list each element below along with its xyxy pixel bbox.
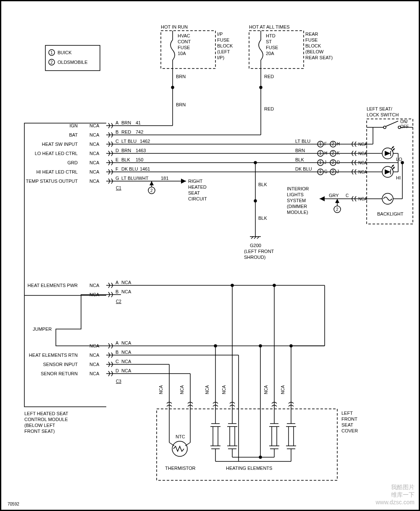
svg-text:BLK: BLK bbox=[258, 216, 267, 221]
svg-text:2: 2 bbox=[332, 160, 334, 165]
svg-text:NCA: NCA bbox=[121, 280, 131, 285]
svg-text:2: 2 bbox=[336, 207, 339, 212]
svg-text:LT BLU: LT BLU bbox=[121, 139, 136, 144]
svg-text:NCA: NCA bbox=[89, 132, 100, 137]
svg-text:BRN: BRN bbox=[176, 74, 186, 79]
svg-text:BAT: BAT bbox=[69, 132, 78, 137]
svg-marker-231 bbox=[335, 199, 339, 203]
seat-cover: LEFT FRONT SEAT COVER NTC THERMISTOR NCA… bbox=[157, 284, 358, 480]
svg-text:1: 1 bbox=[319, 151, 322, 155]
svg-text:(BELOW LEFT: (BELOW LEFT bbox=[24, 423, 55, 428]
svg-text:NCA: NCA bbox=[159, 385, 163, 394]
legend-box: 1 BUICK 2 OLDSMOBILE bbox=[45, 45, 100, 71]
svg-text:20A: 20A bbox=[266, 51, 274, 56]
svg-text:HOT AT ALL TIMES: HOT AT ALL TIMES bbox=[249, 24, 290, 29]
svg-text:ON/: ON/ bbox=[400, 119, 408, 124]
svg-text:BRN: BRN bbox=[295, 148, 305, 153]
svg-text:150: 150 bbox=[136, 157, 143, 162]
svg-text:RED: RED bbox=[264, 106, 274, 111]
svg-point-185 bbox=[401, 161, 404, 164]
svg-text:(LEFT: (LEFT bbox=[217, 49, 230, 54]
svg-text:SYSTEM: SYSTEM bbox=[287, 198, 306, 203]
svg-text:NCA: NCA bbox=[89, 283, 100, 288]
svg-text:ST: ST bbox=[266, 39, 272, 44]
svg-marker-219 bbox=[320, 196, 325, 201]
svg-text:FRONT SEAT): FRONT SEAT) bbox=[24, 429, 55, 434]
svg-text:FUSE: FUSE bbox=[305, 37, 318, 42]
svg-text:BRN: BRN bbox=[121, 148, 131, 153]
svg-text:H: H bbox=[337, 142, 340, 146]
svg-text:INTERIOR: INTERIOR bbox=[287, 186, 309, 191]
svg-text:SEAT: SEAT bbox=[341, 422, 353, 427]
svg-text:RIGHT: RIGHT bbox=[188, 179, 203, 184]
c1-row-ign: IGN NCA A BRN 41 bbox=[69, 120, 173, 128]
svg-text:BRN: BRN bbox=[176, 102, 186, 107]
svg-text:BRN: BRN bbox=[121, 120, 131, 125]
svg-text:B: B bbox=[116, 350, 118, 355]
svg-text:742: 742 bbox=[136, 129, 143, 134]
svg-text:(DIMMER: (DIMMER bbox=[287, 204, 307, 209]
seat-lock-switch: LEFT SEAT/ LOCK SWITCH ON/ OFF LO HI BAC… bbox=[287, 106, 413, 224]
footer-id: 70592 bbox=[8, 502, 19, 506]
legend-item-2: OLDSMOBILE bbox=[58, 60, 88, 65]
svg-marker-168 bbox=[385, 169, 391, 174]
svg-text:SHROUD): SHROUD) bbox=[244, 255, 265, 260]
svg-text:NCA: NCA bbox=[121, 340, 131, 345]
svg-text:NCA: NCA bbox=[121, 368, 131, 373]
svg-text:NCA: NCA bbox=[89, 371, 100, 376]
svg-point-237 bbox=[172, 441, 187, 456]
svg-text:LEFT SEAT/: LEFT SEAT/ bbox=[367, 106, 393, 111]
svg-text:1461: 1461 bbox=[140, 166, 150, 171]
svg-text:HVAC: HVAC bbox=[178, 33, 190, 38]
svg-text:LO HEAT LED CTRL: LO HEAT LED CTRL bbox=[35, 151, 78, 156]
svg-text:OFF: OFF bbox=[400, 124, 409, 129]
svg-text:D: D bbox=[337, 160, 340, 165]
svg-text:1462: 1462 bbox=[140, 139, 150, 144]
svg-text:HEATED: HEATED bbox=[188, 184, 207, 190]
svg-text:1: 1 bbox=[319, 169, 322, 174]
svg-text:HEAT ELEMENTS RTN: HEAT ELEMENTS RTN bbox=[29, 353, 78, 358]
svg-text:JUMPER: JUMPER bbox=[33, 327, 52, 332]
rear-fuse-block: HOT AT ALL TIMES HTD ST FUSE 20A REAR FU… bbox=[249, 24, 333, 135]
svg-text:1: 1 bbox=[50, 50, 53, 55]
svg-text:E: E bbox=[116, 157, 118, 162]
svg-text:BLOCK: BLOCK bbox=[305, 43, 321, 48]
svg-text:IGN: IGN bbox=[69, 123, 78, 128]
svg-line-151 bbox=[386, 121, 398, 126]
svg-text:H: H bbox=[324, 151, 327, 155]
svg-text:C: C bbox=[346, 193, 349, 198]
svg-text:NCA: NCA bbox=[89, 343, 100, 348]
svg-text:CIRCUIT: CIRCUIT bbox=[188, 196, 207, 201]
svg-marker-87 bbox=[181, 179, 186, 184]
svg-text:HTD: HTD bbox=[266, 33, 276, 38]
svg-text:REAR SEAT): REAR SEAT) bbox=[305, 55, 333, 60]
svg-text:A: A bbox=[116, 340, 119, 345]
svg-rect-148 bbox=[367, 119, 413, 224]
svg-text:G: G bbox=[116, 176, 119, 181]
svg-marker-159 bbox=[385, 151, 391, 156]
svg-text:FUSE: FUSE bbox=[178, 45, 190, 50]
svg-text:1463: 1463 bbox=[136, 148, 146, 153]
svg-text:SEAT: SEAT bbox=[188, 190, 200, 195]
svg-text:NCA: NCA bbox=[281, 385, 285, 394]
svg-text:LIGHTS: LIGHTS bbox=[287, 192, 304, 197]
svg-text:B: B bbox=[116, 129, 118, 134]
svg-text:SENOR RETURN: SENOR RETURN bbox=[41, 371, 78, 376]
c2-rows: HEAT ELEMENTS PWR NCA A NCA NCA B NCA bbox=[28, 280, 325, 297]
svg-text:LT BLU/WHT: LT BLU/WHT bbox=[121, 176, 149, 181]
svg-point-287 bbox=[214, 345, 217, 347]
svg-text:NCA: NCA bbox=[121, 359, 131, 364]
svg-text:HEAT ELEMENTS PWR: HEAT ELEMENTS PWR bbox=[28, 283, 78, 288]
svg-text:NCA: NCA bbox=[121, 350, 131, 355]
svg-text:C2: C2 bbox=[116, 299, 121, 304]
svg-text:F: F bbox=[324, 142, 327, 146]
svg-text:BACKLIGHT: BACKLIGHT bbox=[377, 211, 404, 216]
svg-text:CONTROL MODULE: CONTROL MODULE bbox=[24, 417, 68, 422]
c1-row-bat: BAT NCA B RED 742 bbox=[69, 129, 261, 137]
svg-text:C: C bbox=[116, 139, 119, 144]
svg-text:GRY: GRY bbox=[329, 193, 339, 198]
svg-text:10A: 10A bbox=[178, 51, 186, 56]
svg-text:HEATING ELEMENTS: HEATING ELEMENTS bbox=[226, 466, 272, 471]
c1-row-loled: LO HEAT LED CTRL NCA D BRN 1463 BRN bbox=[35, 148, 350, 156]
svg-text:2: 2 bbox=[332, 169, 334, 174]
